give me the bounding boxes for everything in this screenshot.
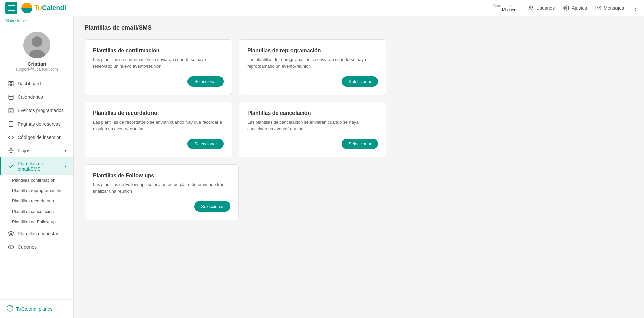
main-content: Plantillas de email/SMS Plantillas de co… [74, 16, 644, 318]
card-reprogramacion-desc: Las plantillas de reprogramación se envi… [247, 56, 378, 70]
nav-item-mensajes[interactable]: Mensajes [595, 5, 624, 11]
card-recordatorio-desc: Las plantillas de recordatorio se envían… [93, 119, 224, 132]
vista-simple-link[interactable]: Vista simple [5, 19, 27, 24]
check-calendar-icon [8, 107, 14, 114]
sidebar: Vista simple Cristian support@tucalendi.… [0, 16, 74, 318]
card-recordatorio-title: Plantillas de recordatorio [93, 110, 224, 116]
svg-point-1 [566, 7, 567, 9]
nav-right: Current account Mi cuenta Usuarios Ajust… [493, 4, 639, 12]
svg-rect-6 [12, 81, 13, 83]
svg-rect-30 [9, 246, 14, 248]
subnav-confirmacion[interactable]: Plantillas confirmación [0, 175, 73, 185]
profile-name: Cristian [28, 61, 46, 67]
confirmacion-select-button[interactable]: Seleccionar [187, 76, 224, 87]
card-cancelacion-desc: Las plantillas de cancelación se enviará… [247, 119, 378, 132]
followup-select-button[interactable]: Seleccionar [194, 201, 230, 212]
svg-rect-5 [9, 81, 10, 83]
account-name: Mi cuenta [493, 8, 520, 12]
svg-rect-13 [9, 108, 13, 113]
nav-left: TuCalendi [5, 2, 66, 14]
calendarios-label: Calendarios [18, 94, 43, 100]
sidebar-item-calendarios[interactable]: Calendarios [0, 90, 73, 104]
ajustes-label: Ajustes [572, 5, 587, 11]
profile-email: support@tucalendi.com [15, 67, 58, 72]
card-recordatorio-actions: Seleccionar [93, 139, 224, 149]
card-confirmacion: Plantillas de confirmación Las plantilla… [85, 39, 232, 95]
card-confirmacion-title: Plantillas de confirmación [93, 48, 224, 54]
svg-point-21 [9, 150, 10, 151]
flow-icon [8, 147, 14, 154]
sidebar-item-flujos[interactable]: Flujos ▾ [0, 144, 73, 157]
card-reprogramacion: Plantillas de reprogramación Las plantil… [239, 39, 386, 95]
plans-logo-icon [7, 305, 13, 313]
users-icon [528, 5, 534, 11]
layers-icon [8, 230, 14, 237]
card-cancelacion: Plantillas de cancelación Las plantillas… [239, 102, 386, 157]
cupones-label: Cupones [18, 244, 37, 250]
subnav-reprogramacion[interactable]: Plantillas reprogramación [0, 185, 73, 196]
sidebar-profile: Cristian support@tucalendi.com [0, 24, 73, 77]
subnav-cancelacion[interactable]: Plantillas cancelación [0, 206, 73, 217]
codigos-label: Códigos de inserción [18, 135, 62, 140]
svg-rect-8 [12, 84, 13, 86]
svg-point-0 [529, 6, 531, 8]
account-info[interactable]: Current account Mi cuenta [493, 4, 520, 12]
dashboard-icon [8, 80, 14, 87]
page-title: Plantillas de email/SMS [85, 24, 633, 31]
sidebar-item-dashboard[interactable]: Dashboard [0, 77, 73, 90]
logo: TuCalendi [21, 3, 66, 13]
sidebar-navigation: Dashboard Calendarios Eventos programado… [0, 77, 73, 299]
eventos-label: Eventos programados [18, 108, 64, 113]
paginas-label: Páginas de reservas [18, 121, 61, 127]
cancelacion-select-button[interactable]: Seleccionar [342, 139, 378, 149]
gear-icon [563, 5, 570, 11]
card-confirmacion-desc: Las plantillas de confirmación se enviar… [93, 56, 224, 70]
sidebar-item-paginas[interactable]: Páginas de reservas [0, 117, 73, 131]
usuarios-label: Usuarios [536, 5, 555, 11]
card-confirmacion-actions: Seleccionar [93, 76, 224, 87]
check-icon [8, 163, 14, 170]
card-followup-title: Plantillas de Follow-ups [93, 173, 230, 179]
reprogramacion-select-button[interactable]: Seleccionar [342, 76, 378, 87]
svg-marker-29 [9, 231, 14, 234]
plantillas-chevron-icon: ▾ [65, 164, 67, 169]
card-followup: Plantillas de Follow-ups Las plantillas … [85, 164, 239, 220]
sidebar-bottom: TuCalendi planes [0, 299, 73, 318]
plantillas-label: Plantillas de email/SMS [18, 161, 61, 172]
flujos-chevron-icon: ▾ [65, 148, 67, 153]
card-followup-desc: Las plantillas de Follow-ups se envían e… [93, 181, 230, 194]
more-button[interactable]: ⋮ [632, 4, 639, 12]
nav-item-usuarios[interactable]: Usuarios [528, 5, 555, 11]
encuestas-label: Plantillas encuestas [18, 231, 59, 236]
svg-point-22 [11, 148, 12, 149]
template-cards-grid: Plantillas de confirmación Las plantilla… [85, 39, 386, 157]
svg-rect-9 [9, 95, 13, 100]
code-icon [8, 134, 14, 141]
sidebar-item-plantillas[interactable]: Plantillas de email/SMS ▾ [0, 157, 73, 175]
coupon-icon [8, 244, 14, 251]
card-reprogramacion-title: Plantillas de reprogramación [247, 48, 378, 54]
flujos-label: Flujos [18, 148, 30, 153]
plantillas-subnav: Plantillas confirmación Plantillas repro… [0, 175, 73, 227]
hamburger-button[interactable] [5, 2, 17, 14]
recordatorio-select-button[interactable]: Seleccionar [187, 139, 224, 149]
svg-point-32 [7, 305, 13, 311]
svg-point-3 [32, 36, 42, 47]
sidebar-item-codigos[interactable]: Códigos de inserción [0, 131, 73, 144]
sidebar-item-eventos[interactable]: Eventos programados [0, 104, 73, 117]
subnav-recordatorio[interactable]: Plantillas recordatorio [0, 196, 73, 206]
svg-point-24 [12, 150, 13, 151]
dashboard-label: Dashboard [18, 81, 41, 86]
card-followup-actions: Seleccionar [93, 201, 230, 212]
sidebar-item-encuestas[interactable]: Plantillas encuestas [0, 227, 73, 240]
logo-icon [21, 3, 32, 13]
mail-icon [595, 5, 602, 11]
sidebar-item-cupones[interactable]: Cupones [0, 240, 73, 254]
nav-item-ajustes[interactable]: Ajustes [563, 5, 587, 11]
card-cancelacion-actions: Seleccionar [247, 139, 378, 149]
followup-card-container: Plantillas de Follow-ups Las plantillas … [85, 164, 239, 220]
tucalendi-plans-link[interactable]: TuCalendi planes [7, 305, 67, 313]
top-navigation: TuCalendi Current account Mi cuenta Usua… [0, 0, 644, 16]
card-reprogramacion-actions: Seleccionar [247, 76, 378, 87]
subnav-followup[interactable]: Plantillas de Follow-up [0, 217, 73, 227]
